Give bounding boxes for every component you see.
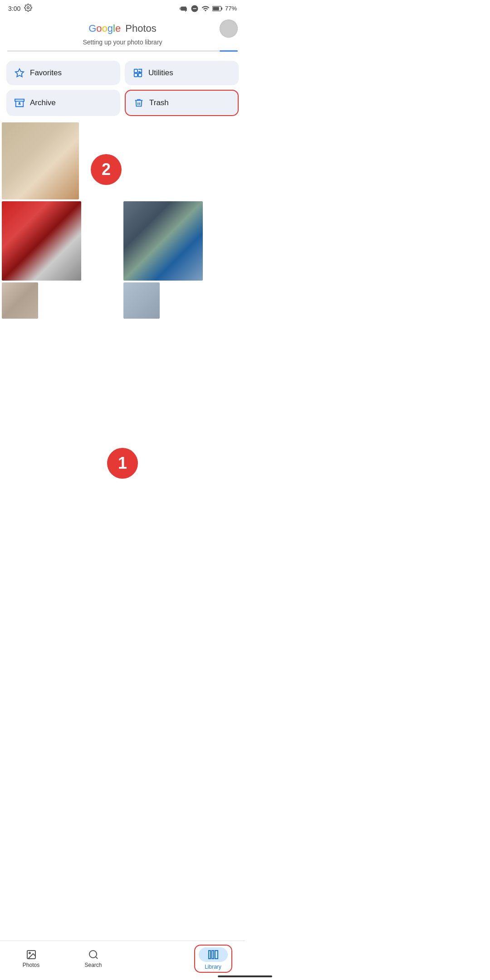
- photo-grid: [0, 121, 245, 320]
- status-icons: 77%: [180, 5, 237, 13]
- svg-rect-7: [138, 73, 142, 77]
- photo-cell-4[interactable]: [123, 201, 203, 281]
- photo-cell-5[interactable]: [2, 282, 38, 319]
- utility-grid: Favorites Utilities Archive: [0, 54, 245, 121]
- time-display: 3:00: [8, 5, 20, 12]
- progress-bar: [7, 50, 238, 52]
- battery-percent: 77%: [225, 5, 237, 12]
- photo-cell-6[interactable]: [123, 282, 160, 319]
- settings-icon[interactable]: [24, 4, 32, 13]
- archive-icon: [15, 98, 24, 108]
- favorites-label: Favorites: [30, 68, 62, 78]
- svg-rect-2: [221, 7, 222, 10]
- avatar[interactable]: [220, 19, 238, 38]
- badge-1: 1: [107, 448, 138, 479]
- progress-bar-fill: [220, 50, 238, 52]
- status-bar: 3:00 77%: [0, 0, 245, 15]
- trash-label: Trash: [149, 98, 169, 107]
- favorites-button[interactable]: Favorites: [6, 61, 120, 85]
- archive-label: Archive: [30, 98, 56, 107]
- trash-button[interactable]: Trash: [125, 90, 239, 116]
- utilities-icon: [133, 68, 143, 78]
- trash-icon: [134, 98, 144, 108]
- utilities-label: Utilities: [148, 68, 173, 78]
- header-subtitle: Setting up your photo library: [83, 39, 162, 46]
- svg-rect-8: [15, 99, 24, 102]
- photo-cell-3[interactable]: [2, 201, 81, 281]
- photo-cell-2[interactable]: [123, 122, 201, 199]
- svg-point-0: [27, 7, 29, 9]
- svg-marker-4: [15, 69, 24, 77]
- svg-rect-6: [134, 73, 137, 77]
- svg-rect-5: [134, 69, 137, 73]
- logo-photos-text: Photos: [125, 23, 157, 34]
- svg-rect-3: [213, 7, 219, 10]
- utilities-button[interactable]: Utilities: [125, 61, 239, 85]
- app-header: Google Photos Setting up your photo libr…: [0, 15, 245, 54]
- photo-cell-1[interactable]: [2, 122, 79, 199]
- archive-button[interactable]: Archive: [6, 90, 120, 116]
- app-logo: Google Photos: [88, 23, 157, 34]
- star-icon: [15, 68, 24, 78]
